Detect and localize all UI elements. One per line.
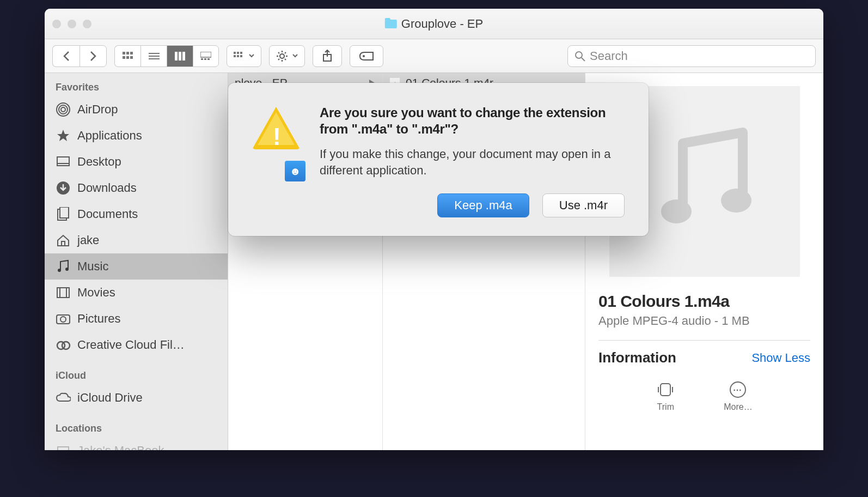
- music-icon: [56, 259, 71, 274]
- svg-point-57: [721, 189, 751, 213]
- sidebar-item-icloud-drive[interactable]: iCloud Drive: [45, 385, 228, 411]
- airdrop-icon: [56, 102, 71, 117]
- use-m4r-button[interactable]: Use .m4r: [542, 193, 625, 217]
- view-columns-button[interactable]: [167, 45, 193, 67]
- sidebar-item-label: Jake's MacBook: [77, 444, 164, 450]
- svg-rect-18: [240, 52, 242, 54]
- svg-line-29: [278, 59, 279, 60]
- svg-rect-47: [57, 288, 69, 298]
- sidebar-item-creative-cloud[interactable]: Creative Cloud Fil…: [45, 332, 228, 358]
- creative-cloud-icon: [56, 337, 71, 353]
- gear-icon: [276, 50, 288, 62]
- view-mode-segment: [114, 45, 219, 67]
- gallery-icon: [200, 52, 211, 60]
- keep-m4a-button[interactable]: Keep .m4a: [437, 193, 529, 217]
- sidebar-item-pictures[interactable]: Pictures: [45, 306, 228, 332]
- search-field[interactable]: Search: [567, 45, 816, 67]
- pictures-icon: [56, 311, 71, 326]
- svg-line-28: [285, 59, 286, 60]
- sidebar-item-downloads[interactable]: Downloads: [45, 175, 228, 201]
- action-menu-button[interactable]: [269, 45, 305, 67]
- home-icon: [56, 233, 71, 248]
- columns-icon: [175, 52, 186, 60]
- svg-rect-4: [126, 56, 129, 59]
- sidebar-item-label: Pictures: [77, 312, 120, 326]
- view-list-button[interactable]: [140, 45, 167, 67]
- window-controls: [52, 20, 91, 28]
- trim-label: Trim: [657, 402, 674, 412]
- finder-badge-icon: ☻: [285, 161, 305, 181]
- folder-icon: [385, 20, 397, 28]
- sidebar-item-label: Applications: [77, 129, 142, 143]
- sidebar-item-airdrop[interactable]: AirDrop: [45, 96, 228, 123]
- sidebar-item-label: Music: [77, 259, 108, 274]
- more-action[interactable]: ⋯ More…: [724, 381, 752, 412]
- svg-point-53: [62, 342, 70, 349]
- desktop-icon: [56, 154, 71, 169]
- sidebar-section-header: Locations: [45, 419, 228, 438]
- show-less-button[interactable]: Show Less: [751, 351, 810, 365]
- svg-rect-3: [123, 56, 125, 59]
- titlebar: Grouplove - EP: [45, 9, 823, 39]
- documents-icon: [56, 207, 71, 222]
- sidebar-section-header: iCloud: [45, 366, 228, 385]
- sidebar-item-documents[interactable]: Documents: [45, 201, 228, 227]
- tags-button[interactable]: [350, 45, 383, 67]
- svg-rect-12: [200, 52, 211, 57]
- preview-kind-size: Apple MPEG-4 audio - 1 MB: [598, 314, 810, 328]
- share-button[interactable]: [313, 45, 342, 67]
- sidebar-item-device[interactable]: Jake's MacBook: [45, 438, 228, 450]
- sidebar-item-label: iCloud Drive: [77, 391, 143, 405]
- cloud-icon: [56, 390, 71, 405]
- svg-rect-13: [201, 58, 203, 60]
- svg-rect-10: [179, 52, 181, 60]
- nav-arrows: [52, 45, 107, 67]
- svg-rect-44: [62, 241, 65, 246]
- downloads-icon: [56, 180, 71, 196]
- svg-rect-2: [130, 52, 133, 54]
- sidebar-item-label: Movies: [77, 286, 115, 300]
- svg-point-33: [363, 55, 365, 57]
- columns-area: plove - EP ♪ 01 Colours 1.m4r: [228, 73, 823, 450]
- close-window-icon[interactable]: [52, 20, 61, 28]
- sidebar-item-label: Downloads: [77, 181, 137, 195]
- forward-button[interactable]: [80, 45, 107, 67]
- svg-rect-0: [123, 52, 125, 54]
- svg-rect-9: [175, 52, 178, 60]
- svg-rect-54: [58, 447, 69, 450]
- info-heading: Information: [598, 349, 676, 366]
- svg-point-37: [59, 105, 68, 114]
- zoom-window-icon[interactable]: [83, 20, 91, 28]
- sidebar-item-label: Documents: [77, 207, 138, 221]
- trim-action[interactable]: Trim: [656, 381, 675, 412]
- svg-line-35: [582, 58, 585, 61]
- sidebar-item-movies[interactable]: Movies: [45, 280, 228, 306]
- view-icons-button[interactable]: [114, 45, 140, 67]
- sidebar-item-music[interactable]: Music: [45, 253, 228, 280]
- sidebar-item-home[interactable]: jake: [45, 227, 228, 253]
- svg-rect-39: [57, 157, 69, 166]
- view-gallery-button[interactable]: [193, 45, 219, 67]
- list-icon: [149, 52, 160, 60]
- svg-rect-20: [237, 55, 239, 57]
- share-icon: [322, 50, 333, 63]
- more-icon: ⋯: [730, 381, 746, 398]
- music-note-icon: [656, 127, 754, 236]
- minimize-window-icon[interactable]: [68, 20, 76, 28]
- chevron-down-icon: [249, 54, 254, 58]
- sidebar: Favorites AirDrop Applications Desktop D…: [45, 73, 228, 450]
- sidebar-item-label: jake: [77, 233, 99, 247]
- arrange-button[interactable]: [227, 45, 261, 67]
- chevron-right-icon: [89, 51, 97, 62]
- svg-rect-15: [207, 58, 210, 60]
- sidebar-item-applications[interactable]: Applications: [45, 123, 228, 149]
- apps-icon: [56, 128, 71, 143]
- sidebar-item-desktop[interactable]: Desktop: [45, 149, 228, 175]
- back-button[interactable]: [52, 45, 80, 67]
- grid-icon: [123, 52, 133, 60]
- svg-rect-1: [126, 52, 129, 54]
- svg-rect-19: [234, 55, 236, 57]
- window-title-text: Grouplove - EP: [401, 17, 483, 31]
- laptop-icon: [56, 443, 71, 450]
- sidebar-item-label: AirDrop: [77, 102, 118, 117]
